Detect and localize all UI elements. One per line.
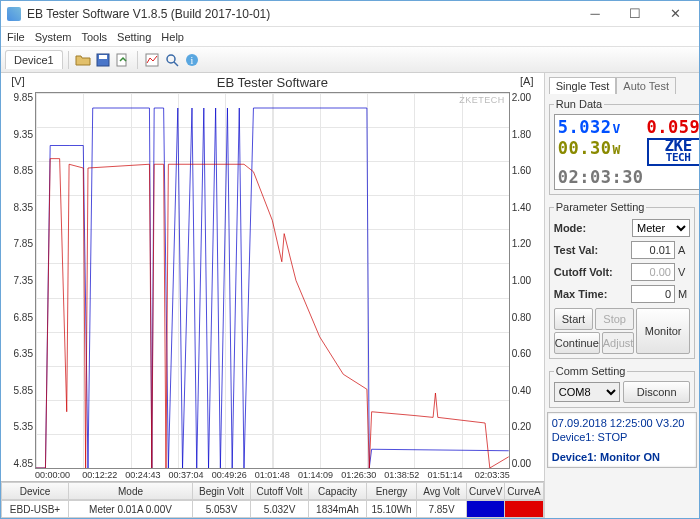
minimize-button[interactable]: ─ bbox=[575, 1, 615, 27]
td-curvev-color[interactable] bbox=[467, 500, 505, 518]
menu-file[interactable]: File bbox=[7, 31, 25, 43]
label-testval: Test Val: bbox=[554, 244, 628, 256]
th-cutoff: Cutoff Volt bbox=[251, 482, 309, 500]
separator bbox=[137, 51, 138, 69]
label-maxtime: Max Time: bbox=[554, 288, 628, 300]
parameter-group: Parameter Setting Mode: Meter Test Val: … bbox=[549, 201, 695, 359]
th-capacity: Capacity bbox=[309, 482, 367, 500]
td-begin: 5.053V bbox=[193, 500, 251, 518]
start-button[interactable]: Start bbox=[554, 308, 593, 330]
tab-single-test[interactable]: Single Test bbox=[549, 77, 617, 94]
select-com-port[interactable]: COM8 bbox=[554, 382, 621, 402]
run-data-legend: Run Data bbox=[554, 98, 604, 110]
summary-table: Device Mode Begin Volt Cutoff Volt Capac… bbox=[1, 481, 544, 518]
td-curvea-color[interactable] bbox=[505, 500, 543, 518]
unit-maxtime: M bbox=[678, 288, 690, 300]
separator bbox=[68, 51, 69, 69]
status-panel: 07.09.2018 12:25:00 V3.20 Device1: STOP … bbox=[547, 412, 697, 468]
th-curvev: CurveV bbox=[467, 482, 505, 500]
td-mode: Meter 0.01A 0.00V bbox=[69, 500, 193, 518]
th-device: Device bbox=[1, 482, 69, 500]
svg-rect-1 bbox=[99, 55, 107, 59]
select-mode[interactable]: Meter bbox=[632, 219, 690, 237]
readout-power: 00.30W bbox=[558, 138, 644, 166]
app-icon bbox=[7, 7, 21, 21]
unit-testval: A bbox=[678, 244, 690, 256]
svg-text:i: i bbox=[190, 55, 193, 66]
readout-voltage: 5.032V bbox=[558, 117, 644, 137]
disconnect-button[interactable]: Disconn bbox=[623, 381, 690, 403]
tab-device1[interactable]: Device1 bbox=[5, 50, 63, 69]
y-axis-right: 2.001.801.601.401.201.000.800.600.400.20… bbox=[510, 92, 544, 469]
comm-legend: Comm Setting bbox=[554, 365, 628, 377]
input-testval[interactable]: 0.01 bbox=[631, 241, 675, 259]
th-avg: Avg Volt bbox=[417, 482, 467, 500]
toolbar: Device1 i bbox=[1, 47, 699, 73]
readout-time: 02:03:30 bbox=[558, 167, 644, 187]
label-cutoff: Cutoff Volt: bbox=[554, 266, 628, 278]
status-line-3: Device1: Monitor ON bbox=[552, 450, 692, 464]
menubar: File System Tools Setting Help bbox=[1, 27, 699, 47]
th-begin: Begin Volt bbox=[193, 482, 251, 500]
menu-system[interactable]: System bbox=[35, 31, 72, 43]
x-axis: 00:00:0000:12:2200:24:4300:37:0400:49:26… bbox=[1, 469, 544, 481]
th-curvea: CurveA bbox=[505, 482, 543, 500]
input-cutoff[interactable]: 0.00 bbox=[631, 263, 675, 281]
td-capacity: 1834mAh bbox=[309, 500, 367, 518]
y-left-unit: [V] bbox=[1, 73, 35, 87]
y-right-unit: [A] bbox=[510, 73, 544, 87]
readout-current: 0.059A bbox=[647, 117, 699, 137]
side-pane: Single Test Auto Test Run Data 5.032V 0.… bbox=[544, 73, 699, 518]
info-icon[interactable]: i bbox=[183, 51, 201, 69]
run-data-group: Run Data 5.032V 0.059A 00.30W ZKETECH 02… bbox=[549, 98, 699, 195]
chart-title: EB Tester Software bbox=[35, 73, 510, 92]
label-mode: Mode: bbox=[554, 222, 629, 234]
td-energy: 15.10Wh bbox=[367, 500, 417, 518]
window-title: EB Tester Software V1.8.5 (Build 2017-10… bbox=[27, 7, 575, 21]
titlebar: EB Tester Software V1.8.5 (Build 2017-10… bbox=[1, 1, 699, 27]
plot-lines bbox=[36, 93, 509, 468]
y-axis-left: 9.859.358.858.357.857.356.856.355.855.35… bbox=[1, 92, 35, 469]
td-avg: 7.85V bbox=[417, 500, 467, 518]
monitor-button[interactable]: Monitor bbox=[636, 308, 690, 354]
svg-line-5 bbox=[174, 62, 178, 66]
chart-pane: [V] EB Tester Software [A] 9.859.358.858… bbox=[1, 73, 544, 518]
parameter-legend: Parameter Setting bbox=[554, 201, 647, 213]
th-energy: Energy bbox=[367, 482, 417, 500]
zoom-icon[interactable] bbox=[163, 51, 181, 69]
close-button[interactable]: ✕ bbox=[655, 1, 695, 27]
maximize-button[interactable]: ☐ bbox=[615, 1, 655, 27]
menu-help[interactable]: Help bbox=[161, 31, 184, 43]
td-device: EBD-USB+ bbox=[1, 500, 69, 518]
tab-auto-test[interactable]: Auto Test bbox=[616, 77, 676, 94]
stop-button[interactable]: Stop bbox=[595, 308, 634, 330]
open-icon[interactable] bbox=[74, 51, 92, 69]
readout-panel: 5.032V 0.059A 00.30W ZKETECH 02:03:30 bbox=[554, 114, 699, 190]
status-line-1: 07.09.2018 12:25:00 V3.20 bbox=[552, 416, 692, 430]
continue-button[interactable]: Continue bbox=[554, 332, 600, 354]
adjust-button[interactable]: Adjust bbox=[602, 332, 635, 354]
save-icon[interactable] bbox=[94, 51, 112, 69]
brand-logo: ZKETECH bbox=[647, 138, 699, 166]
th-mode: Mode bbox=[69, 482, 193, 500]
status-line-2: Device1: STOP bbox=[552, 430, 692, 444]
plot-area[interactable]: ZKETECH bbox=[35, 92, 510, 469]
unit-cutoff: V bbox=[678, 266, 690, 278]
export-icon[interactable] bbox=[114, 51, 132, 69]
svg-point-4 bbox=[167, 55, 175, 63]
menu-tools[interactable]: Tools bbox=[81, 31, 107, 43]
menu-setting[interactable]: Setting bbox=[117, 31, 151, 43]
input-maxtime[interactable]: 0 bbox=[631, 285, 675, 303]
comm-group: Comm Setting COM8 Disconn bbox=[549, 365, 695, 408]
td-cutoff: 5.032V bbox=[251, 500, 309, 518]
chart-icon[interactable] bbox=[143, 51, 161, 69]
